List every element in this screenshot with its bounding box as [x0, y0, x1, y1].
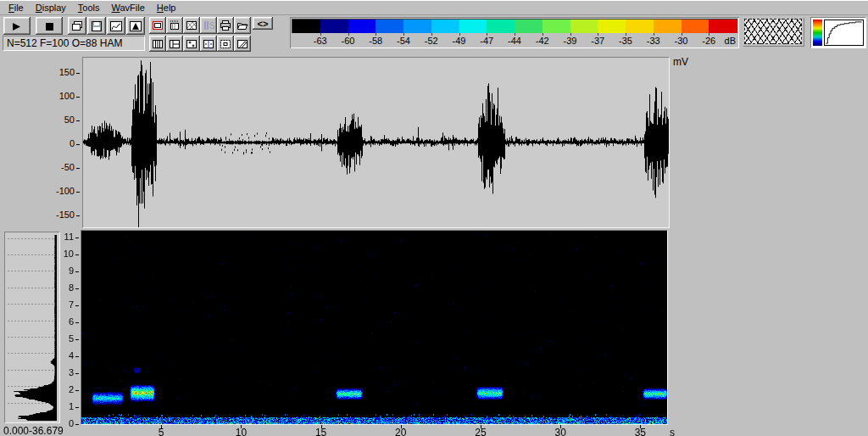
db-tick-label: -58 — [369, 36, 382, 46]
frequency-ytick-label: 5 — [69, 333, 79, 344]
transfer-curve-icon — [824, 20, 864, 46]
frequency-ytick-label: 2 — [69, 384, 79, 394]
frequency-ytick-label: 3 — [69, 367, 79, 377]
db-color-segment — [654, 20, 682, 33]
menu-wavfile[interactable]: WavFile — [106, 2, 151, 14]
time-tick-label: 15 — [315, 427, 326, 436]
waveform-ytick-label: 50 — [64, 115, 80, 125]
db-color-segment — [570, 20, 598, 33]
svg-text:S: S — [209, 21, 215, 31]
frequency-axis: 11109876543210 — [58, 232, 80, 428]
db-tick-label: -37 — [591, 36, 604, 46]
db-color-segment — [403, 20, 431, 33]
frequency-ytick-label: 4 — [69, 350, 79, 361]
db-color-segment — [292, 20, 320, 33]
db-tick-label: -39 — [564, 36, 577, 46]
layout-left-column-button[interactable] — [166, 36, 183, 52]
db-color-segment — [709, 20, 737, 33]
db-color-segment — [598, 20, 626, 33]
db-color-segment — [682, 20, 709, 33]
waveform-plot[interactable] — [83, 58, 669, 227]
waveform-ytick-label: 0 — [70, 138, 80, 148]
marker-ruler-button[interactable] — [166, 17, 183, 34]
time-tick-label: 30 — [554, 427, 565, 436]
menu-tools[interactable]: Tools — [72, 2, 106, 14]
db-color-segment — [348, 20, 376, 33]
db-tick-label: -42 — [536, 36, 549, 46]
save-button[interactable] — [87, 17, 106, 35]
waveform-y-axis: 150100500-50-100-150 — [0, 55, 81, 235]
time-tick-label: 10 — [236, 427, 247, 436]
average-spectrum-panel — [4, 232, 60, 423]
spectrum-view-button[interactable] — [126, 17, 145, 35]
frequency-ytick-label: 0 — [69, 418, 79, 428]
open-file-button[interactable] — [234, 17, 251, 34]
sample-rate-button[interactable]: S — [200, 17, 217, 34]
db-color-segment — [320, 20, 348, 33]
db-color-bar — [292, 19, 737, 33]
db-scale-labels: dB -63-60-58-54-52-49-47-44-42-39-37-35-… — [292, 33, 737, 47]
frequency-ytick-label: 10 — [64, 249, 79, 259]
time-range-label: 0.000-36.679 — [3, 425, 64, 436]
db-tick-label: -35 — [619, 36, 632, 46]
db-tick-label: -49 — [453, 36, 466, 46]
average-spectrum-histogram — [6, 233, 58, 422]
spectrogram-plot[interactable] — [81, 231, 667, 424]
layout-vertical-bars-button[interactable] — [149, 36, 166, 52]
print-button[interactable] — [217, 17, 234, 34]
palette-curve-box[interactable] — [810, 17, 866, 48]
menu-bar: FileDisplayToolsWavFileHelp — [0, 1, 868, 15]
db-tick-label: -44 — [508, 36, 521, 46]
time-unit-label: s — [670, 427, 675, 436]
db-tick-label: -47 — [480, 36, 493, 46]
layout-inner-frame-button[interactable] — [217, 36, 234, 52]
scroll-arrows-button[interactable]: <> — [253, 17, 273, 30]
texture-pattern-box[interactable] — [744, 19, 802, 44]
waveform-view-button[interactable] — [107, 17, 125, 35]
spectrogram-window-button[interactable] — [183, 17, 200, 34]
db-tick-label: -63 — [314, 36, 327, 46]
time-tick-label: 25 — [475, 427, 486, 436]
db-tick-label: -54 — [397, 36, 410, 46]
spectrogram-app-window: FileDisplayToolsWavFileHelp dB -63-60-58… — [0, 0, 868, 436]
stop-button[interactable] — [36, 17, 63, 35]
frequency-ytick-label: 11 — [64, 232, 79, 242]
active-window-button[interactable] — [149, 17, 166, 34]
db-color-segment — [376, 20, 403, 33]
frequency-ytick-label: 8 — [69, 282, 79, 293]
spectrogram-panel[interactable] — [81, 230, 668, 425]
frequency-ytick-label: 7 — [69, 299, 79, 310]
db-unit-label: dB — [725, 36, 736, 46]
frequency-ytick-label: 1 — [69, 401, 79, 411]
time-axis: s 5101520253035 — [81, 425, 692, 436]
waveform-ytick-label: 100 — [59, 91, 80, 101]
layout-cursor-line-button[interactable] — [200, 36, 217, 52]
waveform-ytick-label: -100 — [56, 186, 80, 196]
palette-gradient-strip — [813, 20, 822, 46]
layout-cross-markers-button[interactable] — [183, 36, 200, 52]
menu-help[interactable]: Help — [151, 2, 182, 14]
main-content: 150100500-50-100-150 mV 11109876543210 s… — [0, 52, 868, 436]
toolbar: dB -63-60-58-54-52-49-47-44-42-39-37-35-… — [0, 15, 868, 52]
menu-file[interactable]: File — [3, 2, 30, 14]
db-color-scale: dB -63-60-58-54-52-49-47-44-42-39-37-35-… — [290, 17, 739, 48]
menu-display[interactable]: Display — [30, 2, 72, 14]
db-color-segment — [515, 20, 542, 33]
cascade-windows-button[interactable] — [68, 17, 86, 35]
analysis-settings-field[interactable] — [3, 36, 145, 51]
db-color-segment — [626, 20, 654, 33]
play-button[interactable] — [3, 17, 31, 35]
time-tick-label: 20 — [395, 427, 406, 436]
waveform-ytick-label: -50 — [61, 162, 80, 172]
db-color-segment — [542, 20, 570, 33]
frequency-ytick-label: 9 — [69, 266, 79, 276]
waveform-panel[interactable] — [82, 57, 670, 228]
annotate-button[interactable] — [234, 36, 251, 52]
frequency-ytick-label: 6 — [69, 316, 79, 327]
db-tick-label: -60 — [342, 36, 355, 46]
db-tick-label: -26 — [702, 36, 715, 46]
db-tick-label: -52 — [425, 36, 438, 46]
db-tick-label: -33 — [647, 36, 660, 46]
waveform-ytick-label: -150 — [56, 210, 80, 220]
db-color-segment — [459, 20, 487, 33]
